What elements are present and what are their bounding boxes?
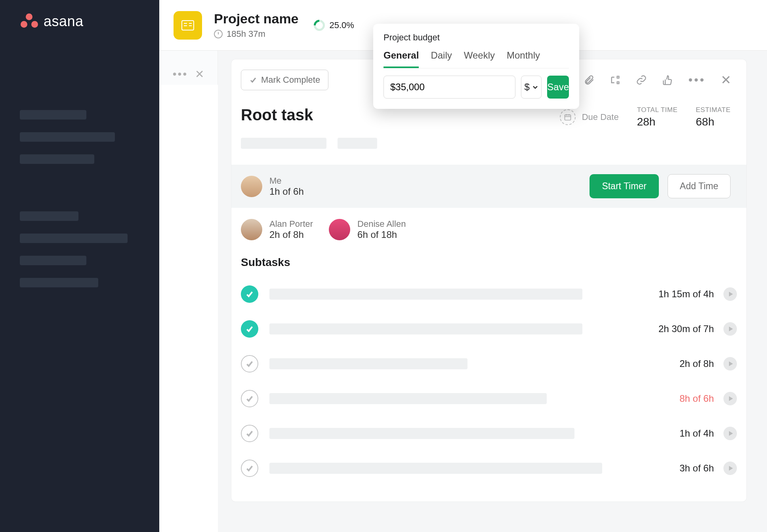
- svg-rect-5: [565, 115, 570, 120]
- subtask-title-placeholder: [269, 358, 467, 369]
- progress-ring-icon: [311, 17, 327, 33]
- play-icon[interactable]: [723, 427, 737, 440]
- app-logo: asana: [0, 12, 159, 31]
- due-date-label: Due Date: [582, 112, 619, 122]
- check-complete-icon[interactable]: [241, 285, 258, 303]
- sidebar-placeholder: [20, 256, 86, 265]
- more-actions-icon[interactable]: •••: [688, 73, 706, 87]
- subtask-time: 8h of 6h: [679, 393, 714, 404]
- play-icon[interactable]: [723, 357, 737, 370]
- popover-tabs: GeneralDailyWeeklyMonthly: [384, 50, 569, 68]
- check-empty-icon[interactable]: [241, 390, 258, 407]
- currency-symbol: $: [524, 82, 529, 93]
- project-title[interactable]: Project name: [214, 11, 299, 27]
- budget-popover: Project budget GeneralDailyWeeklyMonthly…: [373, 24, 579, 109]
- estimate-value: 68h: [696, 116, 731, 128]
- subtasks-heading: Subtasks: [231, 244, 746, 275]
- more-icon[interactable]: •••: [173, 68, 188, 80]
- progress-percent: 25.0%: [330, 20, 354, 30]
- play-icon[interactable]: [723, 322, 737, 336]
- subtask-title-placeholder: [269, 393, 547, 404]
- check-complete-icon[interactable]: [241, 320, 258, 338]
- subtask-time: 3h of 6h: [679, 463, 714, 474]
- currency-select[interactable]: $: [521, 76, 542, 99]
- subtask-row[interactable]: 2h 30m of 7h: [241, 312, 737, 346]
- link-icon[interactable]: [636, 74, 647, 86]
- avatar: [241, 219, 262, 240]
- sidebar-placeholder: [20, 154, 94, 164]
- sidebar-placeholder: [20, 234, 128, 243]
- sidebar-placeholder: [20, 211, 78, 221]
- check-icon: [249, 76, 257, 84]
- sidebar-placeholder: [20, 132, 115, 142]
- check-empty-icon[interactable]: [241, 460, 258, 477]
- subtask-time: 2h of 8h: [679, 358, 714, 369]
- play-icon[interactable]: [723, 462, 737, 475]
- sidebar: asana: [0, 0, 159, 532]
- sidebar-placeholder-group: [0, 110, 159, 287]
- play-icon[interactable]: [723, 392, 737, 405]
- assignee-time: 2h of 8h: [269, 229, 313, 240]
- placeholder: [241, 138, 326, 149]
- assignee-time: 6h of 18h: [357, 229, 406, 240]
- subtask-row[interactable]: 1h 15m of 4h: [241, 277, 737, 312]
- chevron-down-icon: [532, 84, 538, 90]
- subtask-row[interactable]: 8h of 6h: [241, 381, 737, 416]
- subtask-row[interactable]: 3h of 6h: [241, 451, 737, 486]
- subtask-time: 1h 15m of 4h: [658, 289, 714, 300]
- asana-logo-icon: [20, 12, 39, 31]
- subtask-time: 2h 30m of 7h: [658, 323, 714, 334]
- budget-tab-daily[interactable]: Daily: [431, 50, 452, 68]
- calendar-icon: [560, 109, 576, 125]
- check-empty-icon[interactable]: [241, 355, 258, 372]
- estimate-label: ESTIMATE: [696, 106, 731, 114]
- narrow-column: ••• ✕: [159, 51, 218, 85]
- subtask-row[interactable]: 2h of 8h: [241, 346, 737, 381]
- project-time: 185h 37m: [214, 29, 299, 39]
- subtask-row[interactable]: 1h of 4h: [241, 416, 737, 451]
- start-timer-button[interactable]: Start Timer: [590, 174, 658, 198]
- subtask-title-placeholder: [269, 289, 582, 300]
- mark-complete-button[interactable]: Mark Complete: [241, 70, 328, 90]
- assignee-name: Me: [269, 176, 304, 186]
- sidebar-placeholder: [20, 110, 86, 120]
- close-icon[interactable]: ✕: [195, 68, 204, 81]
- attachment-icon[interactable]: [584, 74, 595, 86]
- sidebar-placeholder: [20, 278, 98, 287]
- project-topbar: Project name 185h 37m 25.0% Project budg…: [159, 0, 767, 51]
- total-time-value: 28h: [637, 116, 678, 128]
- budget-tab-general[interactable]: General: [384, 50, 419, 68]
- project-time-value: 185h 37m: [227, 29, 265, 39]
- svg-rect-0: [182, 21, 194, 30]
- clock-icon: [214, 30, 223, 38]
- assignee-name: Denise Allen: [357, 219, 406, 229]
- budget-tab-monthly[interactable]: Monthly: [507, 50, 540, 68]
- avatar: [329, 219, 350, 240]
- other-assignees: Alan Porter2h of 8hDenise Allen6h of 18h: [231, 208, 746, 244]
- task-panel: Mark Complete ••• ✕ Root ta: [231, 59, 746, 502]
- mark-complete-label: Mark Complete: [261, 75, 320, 85]
- total-time-label: TOTAL TIME: [637, 106, 678, 114]
- subtask-list: 1h 15m of 4h2h 30m of 7h2h of 8h8h of 6h…: [231, 275, 746, 502]
- subtask-icon[interactable]: [610, 74, 621, 86]
- save-button[interactable]: Save: [547, 76, 569, 99]
- avatar: [241, 176, 262, 197]
- subtask-title-placeholder: [269, 428, 574, 439]
- check-empty-icon[interactable]: [241, 425, 258, 442]
- budget-tab-weekly[interactable]: Weekly: [464, 50, 495, 68]
- assignee-time: 1h of 6h: [269, 186, 304, 197]
- like-icon[interactable]: [662, 74, 673, 86]
- project-icon: [174, 11, 202, 40]
- subtask-time: 1h of 4h: [679, 428, 714, 439]
- close-panel-icon[interactable]: ✕: [721, 72, 731, 87]
- subtask-title-placeholder: [269, 463, 602, 474]
- play-icon[interactable]: [723, 287, 737, 301]
- task-title[interactable]: Root task: [241, 106, 313, 124]
- due-date-chip[interactable]: Due Date: [560, 109, 619, 125]
- assignee-name: Alan Porter: [269, 219, 313, 229]
- app-name: asana: [44, 13, 84, 30]
- popover-title: Project budget: [384, 32, 569, 43]
- placeholder: [338, 138, 377, 149]
- budget-amount-input[interactable]: [384, 76, 515, 99]
- add-time-button[interactable]: Add Time: [668, 174, 731, 198]
